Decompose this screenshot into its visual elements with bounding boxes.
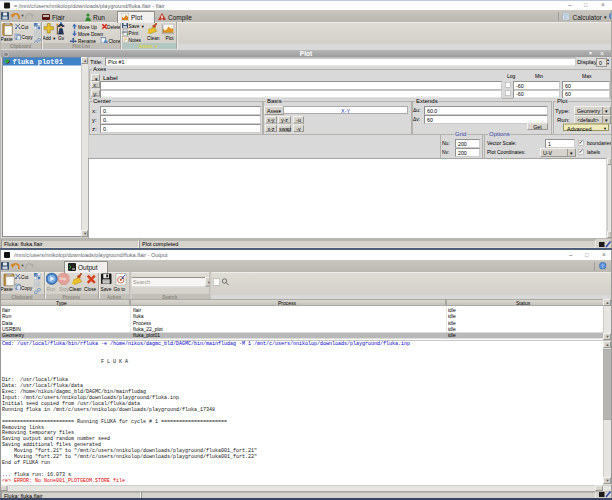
svg-text:Stop: Stop xyxy=(60,277,67,281)
